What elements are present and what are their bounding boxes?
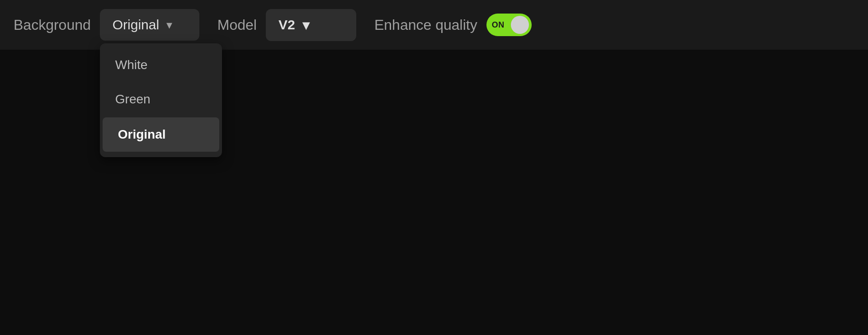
background-dropdown-menu: White Green Original bbox=[100, 43, 222, 157]
toggle-on-label: ON bbox=[492, 20, 505, 30]
enhance-quality-toggle-container: ON bbox=[486, 14, 532, 36]
model-selected-value: V2 bbox=[278, 17, 295, 33]
dropdown-option-white[interactable]: White bbox=[100, 48, 222, 82]
background-selected-value: Original bbox=[113, 17, 159, 33]
model-label: Model bbox=[217, 17, 257, 33]
background-dropdown-button[interactable]: Original ▾ bbox=[100, 9, 199, 41]
background-label: Background bbox=[14, 17, 91, 33]
dropdown-option-green[interactable]: Green bbox=[100, 82, 222, 116]
background-chevron-icon: ▾ bbox=[166, 18, 172, 32]
toolbar: Background Original ▾ White Green Origin… bbox=[0, 0, 868, 50]
enhance-quality-toggle[interactable]: ON bbox=[486, 14, 532, 36]
model-dropdown-button[interactable]: V2 ▾ bbox=[266, 9, 356, 41]
background-dropdown-wrapper: Original ▾ White Green Original bbox=[100, 9, 199, 41]
model-chevron-icon: ▾ bbox=[302, 17, 309, 33]
dropdown-option-original[interactable]: Original bbox=[103, 117, 219, 152]
enhance-quality-label: Enhance quality bbox=[374, 17, 477, 33]
toggle-knob bbox=[511, 16, 529, 34]
